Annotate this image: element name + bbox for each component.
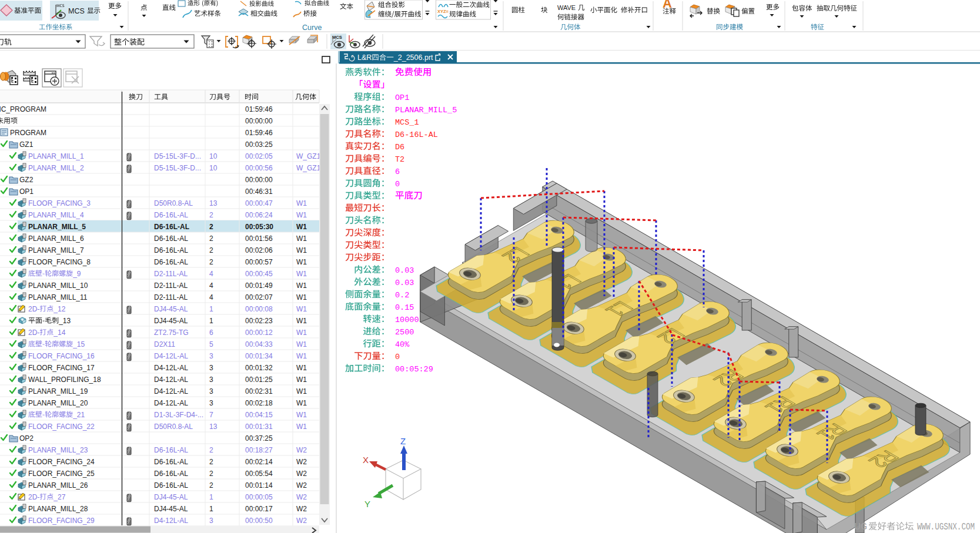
svg-text:D4-12L-AL: D4-12L-AL xyxy=(154,376,188,384)
svg-text:W1: W1 xyxy=(296,376,307,384)
svg-text:FLOOR_FACING_22: FLOOR_FACING_22 xyxy=(28,423,95,431)
svg-text:MCS: MCS xyxy=(68,7,85,15)
svg-text:FLOOR_FACING_8: FLOOR_FACING_8 xyxy=(28,258,91,266)
svg-text:00:04:33: 00:04:33 xyxy=(245,340,273,348)
svg-text:00:01:25: 00:01:25 xyxy=(245,376,273,384)
svg-text:PLANAR_MILL_5: PLANAR_MILL_5 xyxy=(28,223,86,231)
svg-text:00:02:23: 00:02:23 xyxy=(245,317,273,325)
svg-text:W1: W1 xyxy=(296,199,307,207)
svg-text:W1: W1 xyxy=(296,328,307,337)
svg-text:0.15: 0.15 xyxy=(395,303,414,312)
svg-text:10: 10 xyxy=(209,164,218,172)
svg-text:7: 7 xyxy=(209,411,213,419)
svg-text:40%: 40% xyxy=(395,340,410,349)
svg-text:_12: _12 xyxy=(53,305,65,313)
svg-text:UG: UG xyxy=(854,522,867,532)
svg-text:PLANAR_MILL_20: PLANAR_MILL_20 xyxy=(28,399,88,407)
svg-text:00:02:05: 00:02:05 xyxy=(245,152,273,160)
svg-text:2: 2 xyxy=(209,258,213,266)
svg-text:PLANAR_MILL_6: PLANAR_MILL_6 xyxy=(28,234,84,243)
svg-text:MCS: MCS xyxy=(332,35,342,40)
svg-text:00:00:50: 00:00:50 xyxy=(245,517,273,525)
svg-text:00:01:31: 00:01:31 xyxy=(245,423,273,431)
svg-text:D6-16L-AL: D6-16L-AL xyxy=(154,234,188,243)
svg-text:W1: W1 xyxy=(296,399,307,407)
svg-text:4: 4 xyxy=(209,293,213,301)
svg-text:00:01:49: 00:01:49 xyxy=(245,281,273,290)
svg-text:PLANAR_MILL_28: PLANAR_MILL_28 xyxy=(28,505,88,513)
svg-text:XYZ=: XYZ= xyxy=(437,9,449,14)
svg-text:W1: W1 xyxy=(296,234,307,243)
svg-text:00:00:45: 00:00:45 xyxy=(245,270,273,278)
svg-text:00:04:15: 00:04:15 xyxy=(245,411,273,419)
svg-text:W1: W1 xyxy=(296,211,307,219)
svg-text:2: 2 xyxy=(209,211,213,219)
svg-text:D6-16L-AL: D6-16L-AL xyxy=(154,258,188,266)
svg-text:D4-12L-AL: D4-12L-AL xyxy=(154,399,188,407)
svg-text:00:00:08: 00:00:08 xyxy=(245,305,273,313)
svg-text:W1: W1 xyxy=(296,246,307,254)
svg-text:D2X11: D2X11 xyxy=(154,340,175,348)
svg-text:W2: W2 xyxy=(296,481,307,490)
svg-text:L&R: L&R xyxy=(357,53,372,62)
svg-text:1: 1 xyxy=(209,305,213,313)
svg-text:D6-16L-AL: D6-16L-AL xyxy=(154,223,189,231)
svg-text:Curve: Curve xyxy=(302,24,322,32)
svg-text:W1: W1 xyxy=(296,317,307,325)
svg-text:00:37:25: 00:37:25 xyxy=(245,434,273,443)
svg-text:D6-16L-AL: D6-16L-AL xyxy=(154,211,188,219)
svg-text:PROGRAM: PROGRAM xyxy=(10,129,46,137)
svg-text:0: 0 xyxy=(395,353,400,361)
svg-text:W1: W1 xyxy=(296,281,307,290)
svg-text:W2: W2 xyxy=(296,446,307,454)
svg-text:W1: W1 xyxy=(296,293,307,301)
svg-text:2: 2 xyxy=(209,234,213,243)
svg-text:D6-16L-AL: D6-16L-AL xyxy=(154,481,188,490)
svg-text:00:00:47: 00:00:47 xyxy=(245,199,273,207)
svg-text:4: 4 xyxy=(209,281,213,290)
svg-text:_15: _15 xyxy=(72,340,85,348)
svg-text:D6-16L-AL: D6-16L-AL xyxy=(154,446,188,454)
svg-text:2D-: 2D- xyxy=(28,493,39,501)
svg-text:WALL_PROFILING_18: WALL_PROFILING_18 xyxy=(28,376,101,384)
svg-text:MCS_1: MCS_1 xyxy=(395,118,419,127)
svg-text:WWW.UGSNX.COM: WWW.UGSNX.COM xyxy=(917,522,975,532)
svg-text:3: 3 xyxy=(209,376,213,384)
svg-text:00:00:00: 00:00:00 xyxy=(245,117,273,125)
svg-text:W2: W2 xyxy=(296,470,307,478)
svg-text:W1: W1 xyxy=(296,423,307,431)
svg-text:00:02:14: 00:02:14 xyxy=(245,458,273,466)
svg-text:OP1: OP1 xyxy=(395,93,409,102)
svg-text:2D-: 2D- xyxy=(28,305,39,313)
svg-text:D50R0.8-AL: D50R0.8-AL xyxy=(154,423,193,431)
svg-text:_14: _14 xyxy=(53,328,65,337)
svg-text:00:06:24: 00:06:24 xyxy=(245,211,273,219)
svg-text:FLOOR_FACING_16: FLOOR_FACING_16 xyxy=(28,352,95,360)
svg-text:W1: W1 xyxy=(296,340,307,348)
svg-text:2: 2 xyxy=(209,446,213,454)
svg-text:DJ4-45-AL: DJ4-45-AL xyxy=(154,505,188,513)
svg-text:PLANAR_MILL_11: PLANAR_MILL_11 xyxy=(28,293,88,301)
svg-text:0: 0 xyxy=(395,180,400,189)
svg-text:W2: W2 xyxy=(296,505,307,513)
svg-text:_2_2506.prt: _2_2506.prt xyxy=(393,53,433,62)
svg-text:00:02:31: 00:02:31 xyxy=(245,387,273,395)
svg-text:2500: 2500 xyxy=(395,328,414,337)
svg-text:PLANAR_MILL_1: PLANAR_MILL_1 xyxy=(28,152,84,160)
svg-text:DJ4-45-AL: DJ4-45-AL xyxy=(154,493,188,501)
svg-text:5: 5 xyxy=(209,340,213,348)
svg-text:00:05:29: 00:05:29 xyxy=(395,365,433,374)
svg-text:1: 1 xyxy=(209,317,213,325)
svg-text:D4-12L-AL: D4-12L-AL xyxy=(154,517,188,525)
svg-text:PLANAR_MILL_7: PLANAR_MILL_7 xyxy=(28,246,84,254)
svg-text:D50R0.8-AL: D50R0.8-AL xyxy=(154,199,193,207)
svg-text:_9: _9 xyxy=(72,270,81,278)
svg-text:3: 3 xyxy=(209,517,213,525)
svg-text:PLANAR_MILL_10: PLANAR_MILL_10 xyxy=(28,281,88,290)
svg-text:D5-15L-3F-D...: D5-15L-3F-D... xyxy=(154,164,201,172)
svg-text:W1: W1 xyxy=(296,364,307,372)
svg-text:_13: _13 xyxy=(58,317,71,325)
svg-text:PLANAR_MILL_23: PLANAR_MILL_23 xyxy=(28,446,88,454)
svg-text:2: 2 xyxy=(209,458,213,466)
svg-text:FLOOR_FACING_24: FLOOR_FACING_24 xyxy=(28,458,95,466)
